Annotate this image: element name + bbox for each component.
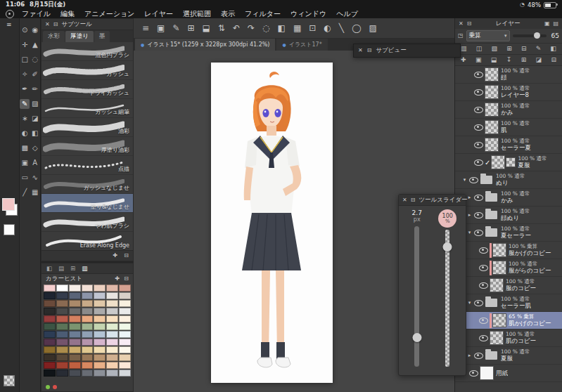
color-swatch[interactable] — [44, 339, 56, 346]
color-swatch[interactable] — [94, 339, 106, 346]
visibility-eye-icon[interactable] — [474, 107, 483, 113]
layer-row[interactable]: 100 % 通常セーラー夏 — [455, 136, 562, 154]
add-subtool-icon[interactable]: ✚ — [113, 253, 118, 259]
color-swatch[interactable] — [106, 339, 118, 346]
color-swatch[interactable] — [44, 285, 56, 292]
ellipse-icon[interactable]: ◯ — [352, 23, 361, 33]
layer-opacity-knob[interactable] — [534, 32, 540, 39]
color-swatch[interactable] — [106, 323, 118, 330]
main-color-swatch[interactable] — [2, 198, 15, 211]
visibility-eye-icon[interactable] — [474, 300, 483, 306]
visibility-eye-icon[interactable] — [479, 282, 488, 289]
reference-layer-icon[interactable]: ⊟ — [521, 46, 527, 52]
minimize-icon[interactable]: ⊟ — [367, 48, 372, 53]
save-file-icon[interactable]: ⬓ — [203, 23, 210, 33]
gradient-tool-icon[interactable]: ▩ — [20, 143, 30, 153]
line-correct-tool-icon[interactable]: ∿ — [30, 173, 40, 183]
delete-layer-icon[interactable]: ⊟ — [551, 57, 556, 63]
menu-item[interactable]: 選択範囲 — [183, 9, 211, 19]
selection-tool-icon[interactable]: □ — [20, 55, 30, 65]
layer-row[interactable]: ✎65 % 乗算肌かげのコピー — [455, 312, 562, 329]
layer-thumbnail[interactable] — [485, 103, 499, 117]
undo-icon[interactable]: ↶ — [233, 23, 240, 33]
close-icon[interactable]: ✕ — [402, 197, 407, 203]
visibility-eye-icon[interactable] — [479, 265, 488, 271]
merge-down-icon[interactable]: ↧ — [506, 57, 512, 63]
brush-tool-icon[interactable]: ✎ — [20, 99, 30, 109]
color-swatch[interactable] — [106, 354, 118, 361]
text-tool-icon[interactable]: A — [30, 158, 40, 168]
color-swatch[interactable] — [69, 323, 81, 330]
color-swatch[interactable] — [56, 285, 68, 292]
color-swatch[interactable] — [82, 315, 94, 322]
opacity-track[interactable] — [445, 230, 449, 367]
opacity-knob[interactable] — [443, 242, 452, 251]
color-swatch[interactable] — [94, 292, 106, 299]
expand-arrow-icon[interactable]: ▸ — [466, 212, 473, 218]
canvas-tab[interactable]: ●イラスト17* — [276, 39, 327, 51]
frame-tool-icon[interactable]: ▣ — [20, 158, 30, 168]
color-swatch[interactable] — [106, 331, 118, 338]
color-swatch[interactable] — [119, 362, 131, 369]
menu-item[interactable]: 表示 — [221, 9, 235, 19]
create-mask-icon[interactable]: ◪ — [536, 57, 542, 63]
brush-item[interactable]: ガッシュ細筆 — [41, 99, 133, 118]
color-swatch[interactable] — [56, 331, 68, 338]
color-swatch[interactable] — [82, 354, 94, 361]
color-swatch[interactable] — [69, 339, 81, 346]
decoration-tool-icon[interactable]: ∗ — [20, 114, 30, 124]
brush-size-track[interactable] — [414, 226, 419, 367]
menu-item[interactable]: アニメーション — [84, 9, 134, 19]
color-swatch[interactable] — [82, 285, 94, 292]
color-swatch[interactable] — [44, 323, 56, 330]
color-swatch[interactable] — [94, 300, 106, 307]
menu-item[interactable]: レイヤー — [144, 9, 173, 19]
deselect-icon[interactable]: ◌ — [262, 23, 269, 33]
color-swatch[interactable] — [119, 292, 131, 299]
color-slider-tab[interactable]: ▤ — [58, 265, 64, 272]
color-swatch[interactable] — [44, 308, 56, 315]
layer-row[interactable]: 100 % 通常服がらのコピー — [455, 259, 562, 277]
color-swatch[interactable] — [56, 346, 68, 353]
color-swatch[interactable] — [44, 292, 56, 299]
canvas[interactable] — [211, 63, 333, 383]
move-tool-icon[interactable]: ✛ — [20, 40, 30, 50]
expand-arrow-icon[interactable]: ▸ — [466, 353, 473, 358]
layer-thumbnail[interactable] — [492, 313, 506, 327]
brush-item[interactable]: 混色円ブラシ — [41, 42, 133, 61]
fill-tool-icon[interactable]: ◧ — [30, 129, 40, 138]
layer-row[interactable]: ▸100 % 通常かみ — [455, 189, 562, 207]
operation-tool-icon[interactable]: ▲ — [30, 40, 40, 50]
color-swatch[interactable] — [106, 315, 118, 322]
layer-thumbnail[interactable] — [485, 85, 499, 99]
color-swatch[interactable] — [44, 346, 56, 353]
layer-palette-tab-icon[interactable]: ▣ — [544, 21, 550, 27]
zoom-tool-icon[interactable]: ⊙ — [20, 25, 30, 35]
transparent-color-swatch[interactable] — [4, 375, 15, 386]
combine-icon[interactable]: ⊞ — [521, 57, 527, 63]
color-swatch[interactable] — [106, 285, 118, 292]
blend-mode-select[interactable]: 乗算▾ — [466, 30, 510, 41]
brush-item[interactable]: 塗り&なじませ — [41, 194, 133, 213]
color-swatch[interactable] — [94, 315, 106, 322]
layer-thumbnail[interactable] — [491, 155, 505, 169]
color-swatch[interactable] — [56, 362, 68, 369]
layer-row[interactable]: 100 % 通常レイヤー8 — [455, 84, 562, 101]
visibility-eye-icon[interactable] — [479, 318, 488, 324]
color-swatch[interactable] — [69, 346, 81, 353]
transfer-down-icon[interactable]: ⬓ — [491, 57, 497, 63]
visibility-eye-icon[interactable] — [474, 159, 483, 166]
tone-icon[interactable]: ◐ — [324, 23, 331, 33]
color-swatch[interactable] — [119, 323, 131, 330]
airbrush-tool-icon[interactable]: ▨ — [30, 99, 40, 109]
visibility-eye-icon[interactable] — [474, 72, 483, 78]
color-swatch[interactable] — [119, 308, 131, 315]
color-swatch[interactable] — [56, 308, 68, 315]
color-swatch[interactable] — [94, 331, 106, 338]
gradient-icon[interactable]: ▨ — [369, 23, 376, 33]
layer-row[interactable]: 100 % 通常顔 — [455, 66, 562, 84]
crop-icon[interactable]: ⊡ — [309, 23, 316, 33]
color-swatch[interactable] — [94, 285, 106, 292]
menu-item[interactable]: 編集 — [60, 9, 75, 19]
layer-thumbnail[interactable] — [480, 366, 494, 380]
